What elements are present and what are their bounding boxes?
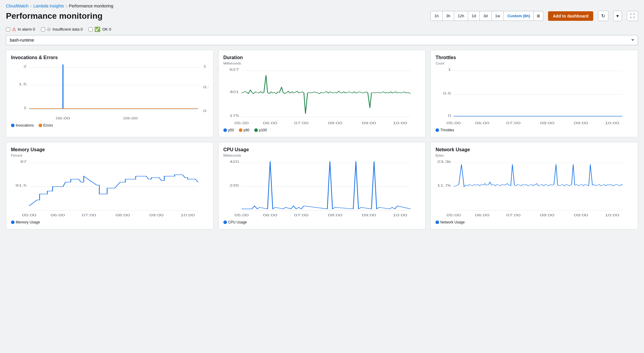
alarm-insufficient-label: Insufficient data 0 <box>53 27 83 31</box>
legend-invocations: Invocations <box>11 123 34 127</box>
memory-usage-title: Memory Usage <box>11 147 209 152</box>
page-header: Performance monitoring 1h 3h 12h 1d 3d 1… <box>0 10 644 25</box>
breadcrumb-sep-1: › <box>30 4 32 8</box>
function-selector[interactable]: bash-runtime <box>6 35 638 45</box>
svg-text:05:00: 05:00 <box>22 213 36 217</box>
cpu-usage-unit: Milliseconds <box>223 154 421 157</box>
legend-memory: Memory Usage <box>11 220 40 224</box>
svg-text:1.5: 1.5 <box>19 82 27 86</box>
time-1w[interactable]: 1w <box>492 11 504 21</box>
svg-text:175: 175 <box>229 114 239 117</box>
svg-text:08:00: 08:00 <box>328 213 342 217</box>
insufficient-icon: ⊖ <box>47 26 51 32</box>
network-color <box>435 220 439 224</box>
p100-label: p100 <box>259 128 267 132</box>
time-3d[interactable]: 3d <box>480 11 491 21</box>
cpu-legend: CPU Usage <box>223 220 421 224</box>
invocations-errors-legend: Invocations Errors <box>11 123 209 127</box>
legend-throttles: Throttles <box>435 128 454 132</box>
time-controls: 1h 3h 12h 1d 3d 1w Custom (6h) ⊞ <box>430 11 543 21</box>
throttles-chart: 1 0.5 0 05:00 06:00 07:00 08:00 09:00 10… <box>435 66 633 126</box>
alarm-ok[interactable]: ✅ OK 0 <box>89 26 111 32</box>
svg-text:1: 1 <box>448 68 451 71</box>
grid-view-button[interactable]: ⊞ <box>534 11 543 21</box>
throttles-color <box>435 128 439 132</box>
network-usage-unit: Bytes <box>435 154 633 157</box>
refresh-button[interactable]: ↻ <box>598 11 608 21</box>
duration-title: Duration <box>223 55 421 60</box>
svg-text:09:00: 09:00 <box>574 213 588 217</box>
breadcrumb-current: Performance monitoring <box>69 4 113 8</box>
page-title: Performance monitoring <box>6 11 426 21</box>
cpu-usage-chart: 420 235 05:00 06:00 07:00 08:00 09:00 10… <box>223 158 421 218</box>
svg-text:06:00: 06:00 <box>50 213 65 217</box>
fullscreen-button[interactable]: ⛶ <box>627 11 638 21</box>
svg-text:05:00: 05:00 <box>234 121 249 125</box>
p90-label: p90 <box>244 128 250 132</box>
errors-label: Errors <box>43 123 53 127</box>
charts-row-1: Invocations & Errors 2 1.5 1 1 0.5 0 06:… <box>0 50 644 142</box>
svg-text:09:00: 09:00 <box>362 213 376 217</box>
svg-text:10:00: 10:00 <box>605 121 619 125</box>
svg-text:0.5: 0.5 <box>203 85 208 89</box>
network-usage-card: Network Usage Bytes 23.3k 11.7k 05:00 06… <box>430 142 638 229</box>
memory-usage-unit: Percent <box>11 154 209 157</box>
invocations-errors-card: Invocations & Errors 2 1.5 1 1 0.5 0 06:… <box>6 50 214 137</box>
memory-color <box>11 220 15 224</box>
breadcrumb: CloudWatch › Lambda Insights › Performan… <box>0 0 644 10</box>
legend-p90: p90 <box>239 128 250 132</box>
svg-text:09:00: 09:00 <box>362 121 376 125</box>
add-dashboard-button[interactable]: Add to dashboard <box>548 11 593 21</box>
charts-row-2: Memory Usage Percent 97 91.5 05:00 06:00… <box>0 142 644 234</box>
svg-text:09:00: 09:00 <box>149 213 164 217</box>
legend-p100: p100 <box>254 128 267 132</box>
svg-text:05:00: 05:00 <box>446 121 461 125</box>
ok-icon: ✅ <box>94 26 100 32</box>
svg-text:08:00: 08:00 <box>540 121 554 125</box>
legend-p50: p50 <box>223 128 234 132</box>
time-custom[interactable]: Custom (6h) <box>504 11 534 21</box>
svg-text:401: 401 <box>229 90 239 94</box>
breadcrumb-cloudwatch[interactable]: CloudWatch <box>6 4 29 8</box>
invocations-errors-title: Invocations & Errors <box>11 55 209 60</box>
svg-text:06:00: 06:00 <box>263 213 277 217</box>
alarm-in-alarm[interactable]: ⚠ In alarm 0 <box>6 26 35 32</box>
svg-text:97: 97 <box>20 160 26 163</box>
svg-text:07:00: 07:00 <box>506 213 521 217</box>
alarm-insufficient-checkbox[interactable] <box>41 27 45 31</box>
svg-text:07:00: 07:00 <box>82 213 96 217</box>
duration-chart: 627 401 175 05:00 06:00 07:00 08:00 09:0… <box>223 66 421 126</box>
function-select-input[interactable]: bash-runtime <box>6 35 638 45</box>
svg-text:0: 0 <box>448 114 451 117</box>
alarm-in-alarm-checkbox[interactable] <box>6 27 10 31</box>
svg-text:10:00: 10:00 <box>605 213 619 217</box>
svg-text:09:00: 09:00 <box>574 121 588 125</box>
time-1h[interactable]: 1h <box>431 11 442 21</box>
network-label: Network Usage <box>440 220 465 224</box>
invocations-label: Invocations <box>16 123 34 127</box>
alarm-icon: ⚠ <box>12 26 16 32</box>
time-1d[interactable]: 1d <box>468 11 480 21</box>
svg-text:06:00: 06:00 <box>475 121 490 125</box>
svg-text:1: 1 <box>203 64 206 68</box>
memory-legend: Memory Usage <box>11 220 209 224</box>
alarm-in-alarm-label: In alarm 0 <box>18 27 35 31</box>
duration-card: Duration Milliseconds 627 401 175 05:00 … <box>218 50 426 137</box>
svg-text:91.5: 91.5 <box>15 184 27 187</box>
breadcrumb-sep-2: › <box>66 4 67 8</box>
alarm-ok-checkbox[interactable] <box>89 27 93 31</box>
cpu-usage-card: CPU Usage Milliseconds 420 235 05:00 06:… <box>218 142 426 229</box>
time-12h[interactable]: 12h <box>454 11 468 21</box>
svg-text:07:00: 07:00 <box>506 121 521 125</box>
p100-color <box>254 128 258 132</box>
svg-text:11.7k: 11.7k <box>437 184 451 187</box>
memory-usage-chart: 97 91.5 05:00 06:00 07:00 08:00 09:00 10… <box>11 158 209 218</box>
alarm-insufficient[interactable]: ⊖ Insufficient data 0 <box>41 26 83 32</box>
dropdown-button[interactable]: ▾ <box>613 11 622 21</box>
alarm-ok-label: OK 0 <box>102 27 111 31</box>
svg-text:06:00: 06:00 <box>263 121 277 125</box>
time-3h[interactable]: 3h <box>443 11 454 21</box>
duration-legend: p50 p90 p100 <box>223 128 421 132</box>
svg-text:08:00: 08:00 <box>116 213 130 217</box>
breadcrumb-lambda-insights[interactable]: Lambda Insights <box>33 4 64 8</box>
